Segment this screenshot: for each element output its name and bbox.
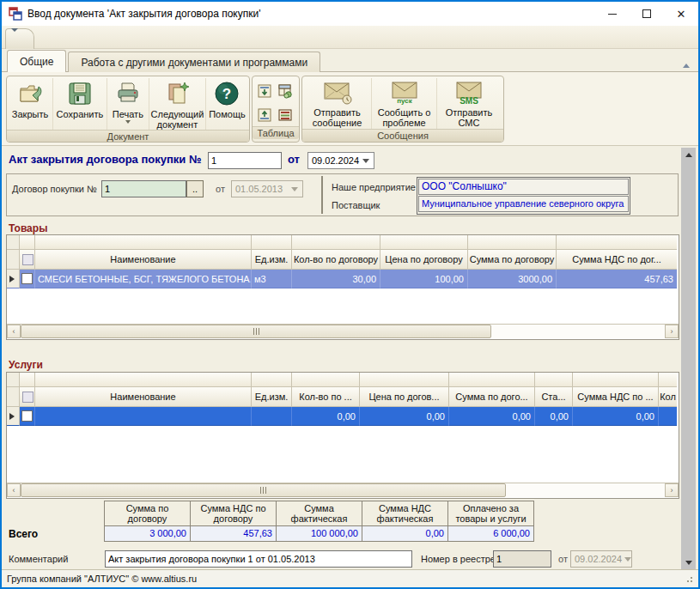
chevron-down-icon [362, 159, 369, 163]
services-col-price[interactable]: Цена по догов... [360, 387, 449, 407]
services-cell-vat[interactable]: 0,00 [573, 407, 659, 426]
goods-col-name[interactable]: Наименование [35, 250, 252, 270]
goods-col-vat[interactable]: Сумма НДС по дог... [557, 250, 677, 270]
close-document-button[interactable]: Закрыть [8, 78, 53, 130]
services-cell-unit[interactable] [252, 407, 292, 426]
svg-text:SMS: SMS [460, 96, 478, 106]
goods-grid-empty-area [7, 288, 679, 325]
close-icon: ✕ [677, 8, 686, 21]
minimize-button[interactable] [595, 2, 630, 26]
table-rows-icon [277, 107, 293, 123]
header-checkbox[interactable] [22, 392, 33, 403]
send-sms-button[interactable]: SMS Отправить СМС [437, 78, 501, 129]
tab-general[interactable]: Общие [7, 50, 66, 72]
next-document-label: Следующий документ [151, 109, 204, 130]
services-col-qty[interactable]: Кол-во по ... [292, 387, 360, 407]
scroll-left-icon[interactable]: ‹ [7, 325, 21, 338]
close-button[interactable]: ✕ [664, 2, 698, 26]
services-scroll-track[interactable] [506, 483, 665, 497]
company-field[interactable]: ООО "Солнышко" [418, 179, 629, 195]
goods-cell-vat[interactable]: 457,63 [557, 270, 677, 288]
goods-col-qty[interactable]: Кол-во по договору [292, 250, 380, 270]
services-cell-sta[interactable]: 0,00 [535, 407, 573, 426]
form-vertical-scrollbar[interactable] [681, 148, 696, 569]
contract-browse-button[interactable]: .. [186, 180, 204, 197]
table-move-down-button[interactable] [255, 80, 274, 102]
document-date-value: 09.02.2024 [312, 155, 360, 166]
save-button[interactable]: Сохранить [53, 78, 107, 130]
services-col-sum[interactable]: Сумма по дого... [449, 387, 535, 407]
document-form: Акт закрытия договора покупки № от 09.02… [2, 146, 698, 571]
contract-number-input[interactable] [101, 180, 186, 197]
resize-grip-icon[interactable] [685, 574, 693, 583]
print-dropdown-caret-icon [125, 120, 131, 124]
scroll-left-icon[interactable]: ‹ [7, 483, 21, 497]
scroll-down-button[interactable] [681, 556, 696, 569]
row-checkbox[interactable] [21, 410, 33, 422]
services-cell-qty[interactable]: 0,00 [292, 407, 360, 426]
services-col-name[interactable]: Наименование [35, 387, 252, 407]
ribbon-collapse-button[interactable] [679, 59, 693, 71]
goods-cell-name[interactable]: СМЕСИ БЕТОННЫЕ, БСГ, ТЯЖЕЛОГО БЕТОНА... [35, 270, 252, 288]
table-settings-button[interactable] [276, 80, 295, 102]
services-cell-name[interactable] [35, 407, 252, 426]
goods-row-checkbox-cell[interactable] [20, 270, 35, 288]
goods-cell-unit[interactable]: м3 [252, 270, 292, 288]
scroll-right-icon[interactable]: › [665, 325, 679, 338]
maximize-button[interactable] [630, 2, 664, 26]
goods-scroll-track[interactable] [491, 325, 665, 338]
goods-cell-price[interactable]: 100,00 [380, 270, 468, 288]
services-cell-kol[interactable] [659, 407, 677, 426]
document-date-combo[interactable]: 09.02.2024 [307, 152, 374, 169]
comment-input[interactable] [105, 550, 412, 568]
status-text: Группа компаний "АЛТИУС" © www.altius.ru [7, 574, 685, 584]
goods-band-row [7, 235, 679, 250]
services-col-sta[interactable]: Ста... [535, 387, 573, 407]
goods-col-sum[interactable]: Сумма по договору [468, 250, 557, 270]
totals-col-actual-sum: Сумма фактическая [276, 501, 362, 526]
goods-select-all[interactable] [20, 250, 35, 270]
services-cell-sum[interactable]: 0,00 [449, 407, 535, 426]
row-indicator-icon [9, 276, 15, 282]
help-icon: ? [213, 80, 240, 107]
services-col-vat[interactable]: Сумма НДС по ... [573, 387, 659, 407]
services-select-all[interactable] [20, 387, 35, 407]
report-problem-button[interactable]: пуск Сообщить о проблеме [372, 78, 437, 129]
goods-scroll-thumb[interactable] [21, 325, 491, 338]
tab-other-documents[interactable]: Работа с другими документами и программа… [68, 52, 320, 72]
scroll-up-button[interactable] [681, 148, 696, 161]
send-message-button[interactable]: Отправить сообщение [303, 78, 372, 129]
save-icon [66, 80, 94, 107]
header-checkbox[interactable] [22, 254, 33, 265]
goods-cell-sum[interactable]: 3000,00 [468, 270, 557, 288]
next-document-button[interactable]: Следующий документ [149, 78, 206, 130]
registry-number-input[interactable] [493, 550, 551, 568]
supplier-field[interactable]: Муниципальное управление северного округ… [418, 196, 629, 212]
help-button[interactable]: ? Помощь [206, 78, 248, 130]
services-band-row [7, 373, 679, 387]
table-rows-button[interactable] [276, 104, 295, 126]
quick-access-menu-button[interactable] [5, 28, 34, 49]
ribbon-group-messages: Отправить сообщение пуск Сообщить о проб… [301, 76, 504, 143]
services-table-row[interactable]: 0,00 0,00 0,00 0,00 0,00 [7, 407, 679, 426]
table-move-up-button[interactable] [255, 104, 274, 126]
goods-table-row[interactable]: СМЕСИ БЕТОННЫЕ, БСГ, ТЯЖЕЛОГО БЕТОНА... … [7, 270, 679, 288]
row-checkbox[interactable] [21, 273, 33, 284]
document-number-input[interactable] [208, 152, 282, 169]
services-cell-price[interactable]: 0,00 [360, 407, 449, 426]
services-horizontal-scrollbar[interactable]: ‹ › [7, 483, 679, 497]
goods-col-price[interactable]: Цена по договору [380, 250, 468, 270]
services-col-unit[interactable]: Ед.изм. [252, 387, 292, 407]
print-button[interactable]: Печать [107, 78, 149, 130]
services-scroll-thumb[interactable] [21, 483, 506, 497]
totals-value-actual-sum: 100 000,00 [276, 525, 362, 542]
services-col-kol[interactable]: Кол [659, 387, 677, 407]
scroll-right-icon[interactable]: › [665, 483, 679, 497]
goods-col-unit[interactable]: Ед.изм. [252, 250, 292, 270]
totals-value-actual-vat: 0,00 [362, 525, 448, 542]
goods-horizontal-scrollbar[interactable]: ‹ › [7, 325, 679, 338]
contract-from-label: от [216, 184, 225, 194]
services-row-checkbox-cell[interactable] [20, 407, 35, 426]
minimize-icon [608, 14, 617, 15]
goods-cell-qty[interactable]: 30,00 [292, 270, 380, 288]
